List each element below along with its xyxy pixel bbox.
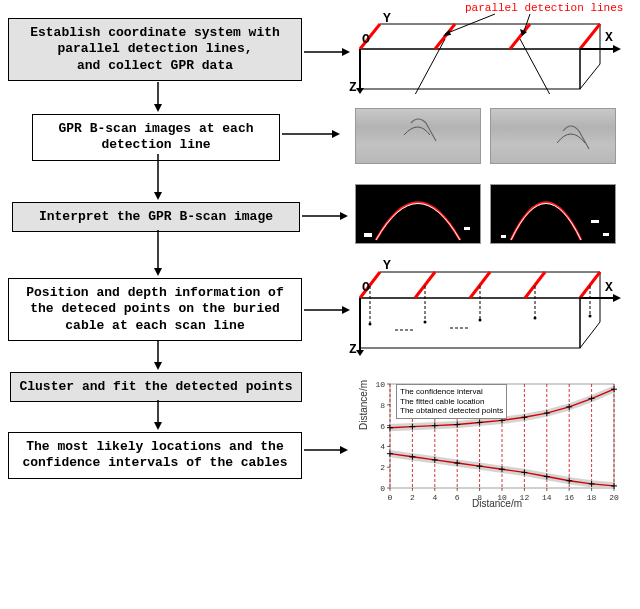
arrow-s1-s2 <box>138 82 178 112</box>
svg-marker-3 <box>154 192 162 200</box>
svg-text:2: 2 <box>410 493 415 502</box>
arrow-s5-s6 <box>138 400 178 430</box>
interpret-image-2 <box>490 184 616 244</box>
svg-point-59 <box>479 319 482 322</box>
svg-text:0: 0 <box>388 493 393 502</box>
axis-x-label: X <box>605 30 613 45</box>
axis-o-label-2: O <box>362 280 370 295</box>
svg-marker-5 <box>154 268 162 276</box>
legend-entry: The fitted cable location <box>400 397 503 407</box>
result-chart: 024681012141618200246810 The confidence … <box>362 380 620 508</box>
svg-marker-28 <box>613 45 621 53</box>
svg-text:20: 20 <box>609 493 619 502</box>
svg-rect-40 <box>501 235 506 238</box>
legend-entry: The obtained detected points <box>400 406 503 416</box>
svg-line-25 <box>510 24 530 49</box>
svg-rect-37 <box>364 233 372 237</box>
step-5-box: Cluster and fit the detected points <box>10 372 302 402</box>
arrow-s2-s3 <box>138 154 178 200</box>
svg-marker-9 <box>154 422 162 430</box>
svg-text:18: 18 <box>587 493 597 502</box>
svg-marker-15 <box>340 212 348 220</box>
svg-marker-22 <box>580 24 600 89</box>
axis-o-label: O <box>362 32 370 47</box>
svg-rect-43 <box>360 298 580 348</box>
svg-text:14: 14 <box>542 493 552 502</box>
svg-rect-41 <box>603 233 609 236</box>
illustration-coord-system: parallel detection lines Y O X Z <box>355 4 625 94</box>
svg-point-57 <box>369 323 372 326</box>
parallel-lines-label: parallel detection lines <box>465 2 623 14</box>
svg-text:0: 0 <box>380 484 385 493</box>
svg-line-36 <box>520 39 555 94</box>
interpret-image-1 <box>355 184 481 244</box>
svg-rect-39 <box>591 220 599 223</box>
arrow-s3-s4 <box>138 230 178 276</box>
svg-line-49 <box>580 272 600 298</box>
svg-marker-17 <box>342 306 350 314</box>
svg-line-48 <box>525 272 545 298</box>
svg-point-60 <box>534 317 537 320</box>
svg-marker-1 <box>154 104 162 112</box>
svg-text:4: 4 <box>380 442 385 451</box>
chart-xlabel: Distance/m <box>472 498 522 509</box>
arrow-r6 <box>304 440 348 460</box>
illustration-detected-points: Y O X Z <box>355 258 625 358</box>
svg-text:6: 6 <box>455 493 460 502</box>
bscan-image-1 <box>355 108 481 164</box>
chart-ylabel: Distance/m <box>358 380 369 430</box>
svg-text:6: 6 <box>380 422 385 431</box>
svg-marker-13 <box>332 130 340 138</box>
svg-marker-20 <box>360 24 600 49</box>
svg-rect-21 <box>360 49 580 89</box>
bscan-image-2 <box>490 108 616 164</box>
svg-line-46 <box>415 272 435 298</box>
svg-marker-30 <box>356 88 364 94</box>
step-3-box: Interpret the GPR B-scan image <box>12 202 300 232</box>
svg-line-35 <box>410 39 445 94</box>
svg-line-24 <box>435 24 455 49</box>
svg-line-47 <box>470 272 490 298</box>
svg-text:16: 16 <box>564 493 574 502</box>
legend-entry: The confidence interval <box>400 387 503 397</box>
axis-x-label-2: X <box>605 280 613 295</box>
svg-marker-65 <box>356 350 364 356</box>
svg-point-61 <box>589 315 592 318</box>
step-6-box: The most likely locations and the confid… <box>8 432 302 479</box>
svg-marker-19 <box>340 446 348 454</box>
chart-legend: The confidence interval The fitted cable… <box>396 384 507 419</box>
axis-y-label-2: Y <box>383 258 391 273</box>
arrow-r1 <box>304 42 350 62</box>
svg-marker-7 <box>154 362 162 370</box>
svg-text:4: 4 <box>432 493 437 502</box>
svg-text:10: 10 <box>375 380 385 389</box>
svg-text:8: 8 <box>380 401 385 410</box>
step-1-box: Establish coordinate system with paralle… <box>8 18 302 81</box>
axis-y-label: Y <box>383 11 391 26</box>
svg-marker-63 <box>613 294 621 302</box>
svg-rect-38 <box>464 227 470 230</box>
axis-z-label-2: Z <box>349 342 357 357</box>
svg-text:2: 2 <box>380 463 385 472</box>
svg-marker-11 <box>342 48 350 56</box>
arrow-r4 <box>304 300 350 320</box>
arrow-s4-s5 <box>138 340 178 370</box>
arrow-r2 <box>282 124 340 144</box>
arrow-r3 <box>302 206 348 226</box>
svg-point-58 <box>424 321 427 324</box>
axis-z-label: Z <box>349 80 357 95</box>
step-4-box: Position and depth information of the de… <box>8 278 302 341</box>
svg-line-26 <box>580 24 600 49</box>
